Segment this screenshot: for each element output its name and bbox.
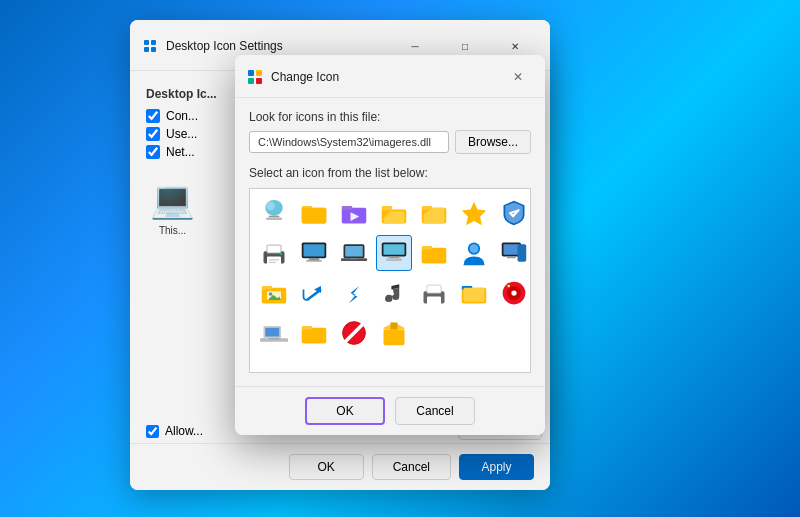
svg-rect-49 bbox=[507, 257, 516, 259]
svg-rect-48 bbox=[518, 244, 527, 262]
network-checkbox-label: Net... bbox=[166, 145, 195, 159]
icon-cell-5[interactable] bbox=[456, 195, 492, 231]
svg-point-56 bbox=[385, 297, 392, 302]
icon-cell-12[interactable] bbox=[456, 235, 492, 271]
computer-checkbox-label: Con... bbox=[166, 109, 198, 123]
svg-rect-41 bbox=[386, 258, 402, 261]
svg-rect-40 bbox=[389, 257, 400, 259]
user-checkbox-label: Use... bbox=[166, 127, 197, 141]
icon-cell-1[interactable] bbox=[296, 195, 332, 231]
svg-rect-51 bbox=[262, 286, 273, 290]
change-icon-titlebar: Change Icon ✕ bbox=[235, 55, 545, 98]
svg-rect-4 bbox=[248, 70, 254, 76]
icon-cell-15[interactable] bbox=[296, 275, 332, 311]
change-icon-dialog: Change Icon ✕ Look for icons in this fil… bbox=[235, 55, 545, 435]
svg-rect-6 bbox=[248, 78, 254, 84]
file-input-row: Browse... bbox=[249, 130, 531, 154]
svg-rect-26 bbox=[267, 245, 281, 253]
desktop-settings-title: Desktop Icon Settings bbox=[166, 39, 283, 53]
svg-rect-19 bbox=[382, 206, 393, 210]
this-pc-icon: 💻 bbox=[150, 179, 195, 221]
allow-checkbox-area: Allow... bbox=[146, 424, 203, 438]
file-path-input[interactable] bbox=[249, 131, 449, 153]
icon-cell-18[interactable] bbox=[416, 275, 452, 311]
allow-checkbox[interactable] bbox=[146, 425, 159, 438]
change-icon-title-icon bbox=[247, 69, 263, 85]
svg-point-9 bbox=[266, 202, 275, 211]
change-icon-ok-button[interactable]: OK bbox=[305, 397, 385, 425]
look-for-label: Look for icons in this file: bbox=[249, 110, 531, 124]
change-icon-close-button[interactable]: ✕ bbox=[503, 65, 533, 89]
svg-rect-39 bbox=[384, 244, 405, 255]
this-pc-label: This... bbox=[159, 225, 186, 236]
icon-cell-14[interactable] bbox=[256, 275, 292, 311]
icon-cell-0[interactable] bbox=[256, 195, 292, 231]
icon-cell-23[interactable] bbox=[336, 315, 372, 351]
this-pc-icon-area: 💻 This... bbox=[150, 179, 195, 236]
svg-rect-5 bbox=[256, 70, 262, 76]
svg-point-53 bbox=[269, 292, 273, 296]
svg-rect-72 bbox=[302, 326, 313, 330]
svg-rect-14 bbox=[302, 208, 327, 224]
icon-cell-2[interactable] bbox=[336, 195, 372, 231]
svg-rect-32 bbox=[309, 258, 320, 260]
icon-cell-10[interactable] bbox=[376, 235, 412, 271]
svg-rect-47 bbox=[504, 244, 520, 255]
svg-rect-28 bbox=[269, 262, 276, 263]
desktop-settings-cancel-button[interactable]: Cancel bbox=[372, 454, 451, 480]
svg-point-29 bbox=[280, 253, 283, 256]
icon-cell-8[interactable] bbox=[296, 235, 332, 271]
change-icon-dialog-title: Change Icon bbox=[271, 70, 339, 84]
icon-cell-11[interactable] bbox=[416, 235, 452, 271]
desktop-settings-apply-button[interactable]: Apply bbox=[459, 454, 534, 480]
icon-grid-container[interactable] bbox=[249, 188, 531, 373]
icon-grid bbox=[256, 195, 524, 351]
svg-point-66 bbox=[507, 285, 510, 288]
icon-cell-9[interactable] bbox=[336, 235, 372, 271]
dialog-titlebar-left: Change Icon bbox=[247, 69, 339, 85]
icon-cell-21[interactable] bbox=[256, 315, 292, 351]
titlebar-left: Desktop Icon Settings bbox=[142, 38, 283, 54]
icon-cell-3[interactable] bbox=[376, 195, 412, 231]
svg-rect-10 bbox=[269, 216, 280, 218]
computer-checkbox[interactable] bbox=[146, 109, 160, 123]
svg-rect-25 bbox=[267, 257, 281, 266]
svg-rect-58 bbox=[427, 297, 441, 306]
icon-cell-19[interactable] bbox=[456, 275, 492, 311]
change-icon-cancel-button[interactable]: Cancel bbox=[395, 397, 475, 425]
svg-rect-62 bbox=[464, 288, 485, 302]
svg-rect-68 bbox=[265, 328, 279, 337]
svg-rect-2 bbox=[144, 47, 149, 52]
svg-point-45 bbox=[470, 244, 479, 253]
svg-rect-35 bbox=[345, 246, 363, 257]
icon-cell-4[interactable] bbox=[416, 195, 452, 231]
svg-rect-59 bbox=[427, 285, 441, 293]
settings-icon bbox=[142, 38, 158, 54]
icon-cell-20[interactable] bbox=[496, 275, 531, 311]
svg-rect-37 bbox=[351, 258, 358, 259]
desktop-settings-ok-button[interactable]: OK bbox=[289, 454, 364, 480]
user-checkbox[interactable] bbox=[146, 127, 160, 141]
svg-point-65 bbox=[511, 290, 516, 295]
svg-rect-27 bbox=[269, 259, 280, 260]
icon-cell-7[interactable] bbox=[256, 235, 292, 271]
browse-button[interactable]: Browse... bbox=[455, 130, 531, 154]
desktop-settings-bottom-buttons: OK Cancel Apply bbox=[130, 443, 550, 490]
icon-cell-24[interactable] bbox=[376, 315, 412, 351]
icon-cell-6[interactable] bbox=[496, 195, 531, 231]
icon-cell-22[interactable] bbox=[296, 315, 332, 351]
network-checkbox[interactable] bbox=[146, 145, 160, 159]
svg-rect-7 bbox=[256, 78, 262, 84]
svg-rect-31 bbox=[304, 244, 325, 256]
svg-rect-11 bbox=[266, 217, 282, 220]
icon-cell-16[interactable] bbox=[336, 275, 372, 311]
svg-rect-70 bbox=[269, 338, 280, 339]
select-icon-label: Select an icon from the list below: bbox=[249, 166, 531, 180]
icon-cell-13[interactable] bbox=[496, 235, 531, 271]
svg-rect-71 bbox=[302, 328, 327, 344]
icon-cell-17[interactable] bbox=[376, 275, 412, 311]
svg-rect-75 bbox=[384, 330, 405, 346]
svg-rect-1 bbox=[151, 40, 156, 45]
svg-rect-77 bbox=[391, 323, 398, 330]
svg-rect-21 bbox=[422, 206, 433, 210]
